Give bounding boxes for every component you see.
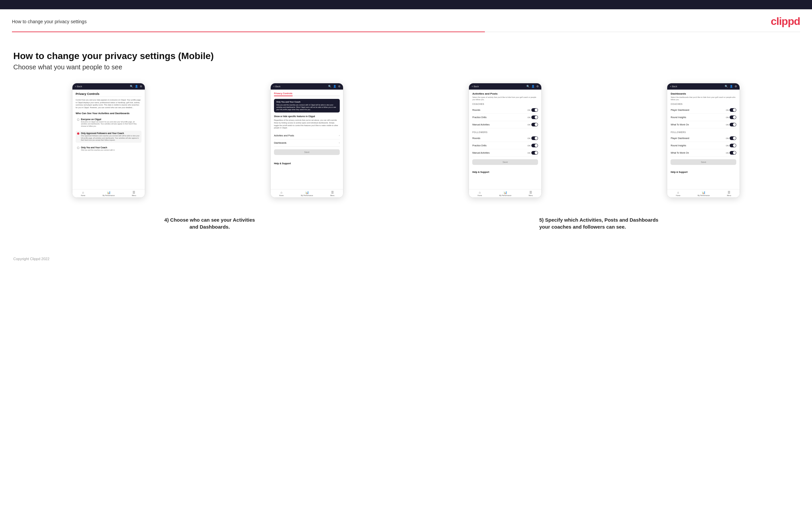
breadcrumb: How to change your privacy settings xyxy=(12,19,87,24)
back-button-4[interactable]: < Back xyxy=(670,85,677,88)
show-hide-body: Regardless of the privacy controls that … xyxy=(274,119,340,129)
search-icon-3: 🔍 xyxy=(526,85,530,88)
option-only-you[interactable]: Only You and Your Coach Only you and the… xyxy=(76,145,142,153)
home-icon: ⌂ xyxy=(82,191,84,194)
followers-round-insights-track xyxy=(730,144,736,147)
followers-what-to-work-track xyxy=(730,151,736,155)
home-icon-4: ⌂ xyxy=(677,191,679,194)
back-button-1[interactable]: < Back xyxy=(75,85,82,88)
phone-mockup-1: < Back 🔍 👤 ⚙ Privacy Controls Control ho… xyxy=(72,83,145,198)
nav-icons-1: 🔍 👤 ⚙ xyxy=(130,85,142,88)
nav-icons-4: 🔍 👤 ⚙ xyxy=(725,85,737,88)
followers-rounds-on: ON xyxy=(527,137,530,139)
nav-menu-3[interactable]: ☰ Menu xyxy=(529,191,533,196)
coaches-rounds-toggle[interactable]: ON xyxy=(527,108,538,112)
caption-4-text: 4) Choose who can see your Activities an… xyxy=(163,216,256,230)
coaches-round-insights-toggle[interactable]: ON xyxy=(726,115,736,119)
coaches-player-dash-track xyxy=(730,108,736,112)
activities-posts-row[interactable]: Activities and Posts › xyxy=(274,132,340,139)
nav-home-2[interactable]: ⌂ Home xyxy=(279,191,284,196)
menu-icon-4: ☰ xyxy=(728,191,730,194)
followers-round-insights-label: Round Insights xyxy=(670,144,686,147)
nav-performance-4[interactable]: 📊 My Performance xyxy=(698,191,710,196)
coaches-manual-toggle[interactable]: ON xyxy=(527,123,538,126)
followers-what-to-work-toggle[interactable]: ON xyxy=(726,151,736,155)
followers-rounds-track xyxy=(531,136,538,140)
save-btn-2[interactable]: Save xyxy=(274,149,340,155)
privacy-tabs: Privacy Controls xyxy=(274,92,340,96)
nav-performance-3[interactable]: 📊 My Performance xyxy=(499,191,511,196)
followers-manual-label: Manual Activities xyxy=(472,152,490,154)
coaches-drills-on: ON xyxy=(527,116,530,118)
back-button-3[interactable]: < Back xyxy=(471,85,479,88)
nav-home-4[interactable]: ⌂ Home xyxy=(676,191,680,196)
settings-icon-2: ⚙ xyxy=(338,85,341,88)
option-everyone[interactable]: Everyone on Clippd Everyone on Clippd ca… xyxy=(76,117,142,129)
menu-icon-2: ☰ xyxy=(331,191,334,194)
coaches-drills-track xyxy=(531,115,538,119)
nav-performance-1[interactable]: 📊 My Performance xyxy=(103,191,115,196)
dashboards-row[interactable]: Dashboards › xyxy=(274,139,340,147)
followers-round-insights-toggle[interactable]: ON xyxy=(726,144,736,147)
nav-menu-4[interactable]: ☰ Menu xyxy=(727,191,731,196)
nav-home-3[interactable]: ⌂ Home xyxy=(477,191,482,196)
menu-icon-3: ☰ xyxy=(529,191,532,194)
coaches-label-4: COACHES xyxy=(670,103,736,105)
followers-player-dash-row: Player Dashboard ON xyxy=(670,135,736,142)
activities-posts-arrow: › xyxy=(339,134,340,137)
bottom-nav-4: ⌂ Home 📊 My Performance ☰ Menu xyxy=(667,189,740,198)
option-everyone-desc: Everyone on Clippd can search for you an… xyxy=(81,121,140,127)
followers-rounds-row: Rounds ON xyxy=(472,135,538,142)
coaches-player-dash-toggle[interactable]: ON xyxy=(726,108,736,112)
followers-player-dash-toggle[interactable]: ON xyxy=(726,136,736,140)
header-divider xyxy=(12,32,800,32)
performance-icon-3: 📊 xyxy=(503,191,507,194)
option-followers[interactable]: Only Approved Followers and Your Coach O… xyxy=(76,131,142,143)
coaches-manual-label: Manual Activities xyxy=(472,123,490,126)
nav-perf-label-3: My Performance xyxy=(499,194,511,196)
bottom-nav-1: ⌂ Home 📊 My Performance ☰ Menu xyxy=(72,189,145,198)
logo: clippd xyxy=(771,15,800,27)
nav-perf-label-1: My Performance xyxy=(103,194,115,196)
followers-rounds-toggle[interactable]: ON xyxy=(527,136,538,140)
who-can-see-title: Who Can See Your Activities and Dashboar… xyxy=(76,112,142,115)
search-icon-2: 🔍 xyxy=(328,85,332,88)
caption-5: 5) Specify which Activities, Posts and D… xyxy=(539,216,666,230)
save-btn-4[interactable]: Save xyxy=(670,159,736,165)
performance-icon: 📊 xyxy=(107,191,111,194)
privacy-controls-title: Privacy Controls xyxy=(76,92,142,97)
followers-round-insights-on: ON xyxy=(726,145,729,147)
nav-home-1[interactable]: ⌂ Home xyxy=(81,191,85,196)
phone-content-1: Privacy Controls Control how you and you… xyxy=(72,90,145,189)
settings-icon-4: ⚙ xyxy=(734,85,737,88)
privacy-controls-tab[interactable]: Privacy Controls xyxy=(274,92,293,96)
back-button-2[interactable]: < Back xyxy=(273,85,281,88)
coaches-drills-row: Practice Drills ON xyxy=(472,114,538,121)
save-btn-3[interactable]: Save xyxy=(472,159,538,165)
phone-nav-2: < Back 🔍 👤 ⚙ xyxy=(271,83,343,90)
nav-menu-label-1: Menu xyxy=(132,194,136,196)
bottom-nav-3: ⌂ Home 📊 My Performance ☰ Menu xyxy=(469,189,541,198)
coaches-what-to-work-toggle[interactable]: ON xyxy=(726,123,736,126)
nav-menu-1[interactable]: ☰ Menu xyxy=(132,191,136,196)
followers-player-dash-label: Player Dashboard xyxy=(670,137,689,139)
help-support-4: Help & Support xyxy=(670,168,736,173)
phone-screen-3: < Back 🔍 👤 ⚙ Activities and Posts Select… xyxy=(410,83,601,198)
page-subtitle: Choose what you want people to see xyxy=(13,63,799,71)
coaches-label-3: COACHES xyxy=(472,103,538,105)
nav-icons-2: 🔍 👤 ⚙ xyxy=(328,85,341,88)
option-followers-title: Only Approved Followers and Your Coach xyxy=(81,132,140,134)
followers-drills-track xyxy=(531,144,538,147)
menu-icon: ☰ xyxy=(133,191,135,194)
followers-drills-toggle[interactable]: ON xyxy=(527,144,538,147)
followers-what-to-work-label: What To Work On xyxy=(670,152,689,154)
followers-player-dash-on: ON xyxy=(726,137,729,139)
search-icon-4: 🔍 xyxy=(725,85,728,88)
captions-row: 4) Choose who can see your Activities an… xyxy=(13,211,799,230)
main-content: How to change your privacy settings (Mob… xyxy=(0,43,812,250)
nav-menu-2[interactable]: ☰ Menu xyxy=(330,191,335,196)
nav-performance-2[interactable]: 📊 My Performance xyxy=(301,191,313,196)
followers-manual-toggle[interactable]: ON xyxy=(527,151,538,155)
settings-icon: ⚙ xyxy=(140,85,142,88)
coaches-drills-toggle[interactable]: ON xyxy=(527,115,538,119)
